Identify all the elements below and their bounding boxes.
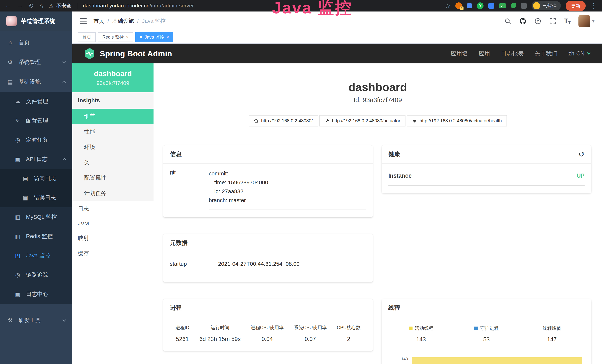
font-size-icon[interactable]: TT <box>564 17 570 25</box>
git-time-line: time: 1596289704000 <box>209 178 366 187</box>
stat-value: 2 <box>337 336 361 343</box>
chevron-down-icon <box>587 51 591 55</box>
close-icon[interactable]: × <box>126 35 129 39</box>
menu-item-config-props[interactable]: 配置属性 <box>72 170 153 186</box>
process-stats: 进程ID 5261 运行时间 6d 23h 15m 59s 进程CPU使用率 0… <box>170 323 366 344</box>
instance-links: http://192.168.0.2:48080/ http://192.168… <box>153 115 602 127</box>
extension-on-badge[interactable]: on <box>499 3 506 8</box>
card-header: 元数据 <box>163 234 373 252</box>
font-size-large: T <box>564 17 568 25</box>
sba-nav-applications[interactable]: 应用 <box>479 50 490 57</box>
sidebar-item-jobs[interactable]: ◷ 定时任务 <box>0 130 72 150</box>
sidebar-item-label: 基础设施 <box>19 78 41 86</box>
extension-blue-icon[interactable] <box>467 3 472 8</box>
close-icon[interactable]: × <box>166 35 169 39</box>
actuator-url-link[interactable]: http://192.168.0.2:48080/actuator <box>320 115 406 127</box>
sidebar-item-label: Redis 监控 <box>26 233 53 240</box>
sidebar-item-error-log[interactable]: ▣ 错误日志 <box>0 188 72 207</box>
sba-nav-wall[interactable]: 应用墙 <box>451 50 468 57</box>
sidebar-item-redis[interactable]: ▥ Redis 监控 <box>0 227 72 246</box>
menu-item-logs[interactable]: 日志 <box>72 201 153 216</box>
breadcrumb-infra[interactable]: 基础设施 <box>112 17 134 25</box>
sidebar-item-api-log[interactable]: ▣ API 日志 <box>0 150 72 169</box>
link-label: http://192.168.0.2:48080/actuator <box>332 118 400 124</box>
chrome-update-button[interactable]: 更新 <box>566 1 586 11</box>
chevron-up-icon <box>63 158 66 162</box>
tab-label: 首页 <box>82 34 91 40</box>
reload-icon[interactable]: ↻ <box>29 3 34 9</box>
refresh-history-icon[interactable]: ↺ <box>578 150 585 158</box>
sidebar-item-files[interactable]: ☁ 文件管理 <box>0 92 72 111</box>
tab-label: Java 监控 <box>145 34 164 40</box>
database-icon: ▥ <box>14 214 21 220</box>
search-icon[interactable] <box>504 18 511 25</box>
stat-value: 5261 <box>175 336 189 343</box>
health-url-link[interactable]: http://192.168.0.2:48080/actuator/health <box>407 115 507 127</box>
menu-item-caches[interactable]: 缓存 <box>72 246 153 261</box>
tab-java-monitor[interactable]: Java 监控 × <box>135 32 173 42</box>
sidebar-item-access-log[interactable]: ▣ 访问日志 <box>0 169 72 188</box>
menu-item-classes[interactable]: 类 <box>72 155 153 170</box>
menu-item-mappings[interactable]: 映射 <box>72 230 153 246</box>
sidebar-item-dev-tools[interactable]: ⚒ 研发工具 <box>0 310 72 330</box>
timer-icon: ◷ <box>14 137 21 143</box>
github-icon[interactable] <box>519 17 527 25</box>
active-dot <box>140 36 142 38</box>
fullscreen-icon[interactable] <box>549 18 556 25</box>
instance-header[interactable]: dashboard 93a3fc7f7409 <box>72 64 153 92</box>
user-menu[interactable]: ▾ <box>579 15 595 27</box>
forward-icon[interactable]: → <box>17 3 23 9</box>
menu-item-scheduled-tasks[interactable]: 计划任务 <box>72 186 153 201</box>
stat-value: 6d 23h 15m 59s <box>199 336 240 343</box>
breadcrumb-home[interactable]: 首页 <box>93 17 104 25</box>
menu-item-jvm[interactable]: JVM <box>72 216 153 230</box>
chart-y-axis: 140 120 100 <box>396 355 412 364</box>
breadcrumb-current: Java 监控 <box>142 17 166 25</box>
sidebar-item-home[interactable]: ⌂ 首页 <box>0 33 72 52</box>
card-header: 进程 <box>163 299 373 317</box>
sba-nav-journal[interactable]: 日志报表 <box>501 50 524 57</box>
sidebar-item-java-monitor[interactable]: ◳ Java 监控 <box>0 246 72 265</box>
menu-item-details[interactable]: 细节 <box>72 109 153 124</box>
page-title: dashboard <box>153 80 602 94</box>
sidebar-item-system[interactable]: ⚙ 系统管理 <box>0 52 72 72</box>
app-logo-row[interactable]: 芋道管理系统 <box>0 11 72 31</box>
menu-item-metrics[interactable]: 性能 <box>72 124 153 139</box>
sidebar-item-infra[interactable]: ▤ 基础设施 <box>0 72 72 92</box>
back-icon[interactable]: ← <box>5 3 11 9</box>
sidebar-item-log-center[interactable]: ▣ 日志中心 <box>0 284 72 304</box>
hamburger-icon[interactable] <box>80 18 87 24</box>
menu-item-environment[interactable]: 环境 <box>72 139 153 155</box>
health-card: 健康 ↺ Instance UP <box>382 145 591 193</box>
site-security[interactable]: ⚠ 不安全 <box>49 2 71 9</box>
toolbox-icon: ⚒ <box>7 317 14 324</box>
tab-home[interactable]: 首页 <box>78 32 96 42</box>
sidebar-item-mysql[interactable]: ▥ MySQL 监控 <box>0 207 72 227</box>
app-logo <box>6 16 17 26</box>
browser-home-icon[interactable]: ⌂ <box>40 3 43 9</box>
service-url-link[interactable]: http://192.168.0.2:48080/ <box>249 115 318 127</box>
sba-brand[interactable]: Spring Boot Admin <box>100 49 172 58</box>
sidebar-item-config[interactable]: ✎ 配置管理 <box>0 111 72 130</box>
extension-y-icon[interactable]: Y <box>477 2 484 9</box>
sidebar-item-tracing[interactable]: ◎ 链路追踪 <box>0 265 72 284</box>
extension-orange-icon[interactable]: 1 <box>455 2 462 9</box>
bookmark-star-icon[interactable]: ☆ <box>445 3 451 9</box>
help-icon[interactable]: ? <box>534 18 541 25</box>
sba-nav-about[interactable]: 关于我们 <box>535 50 558 57</box>
address-bar[interactable]: dashboard.yudao.iocoder.cn/infra/admin-s… <box>83 3 194 9</box>
profile-paused-chip[interactable]: 已暂停 <box>532 1 561 11</box>
extension-grid-icon[interactable] <box>488 3 494 9</box>
tab-redis-monitor[interactable]: Redis 监控 × <box>98 32 133 42</box>
browser-chrome: ← → ↻ ⌂ ⚠ 不安全 dashboard.yudao.iocoder.cn… <box>0 0 602 11</box>
extension-leaf-icon[interactable] <box>511 3 516 8</box>
legend-value: 147 <box>519 336 585 343</box>
y-tick-label: 120 <box>401 363 408 364</box>
language-selector[interactable]: zh-CN <box>568 50 590 57</box>
chevron-down-icon <box>63 60 66 64</box>
extension-dark-icon[interactable] <box>521 3 527 9</box>
chevron-down-icon <box>63 318 66 321</box>
browser-menu-icon[interactable]: ⋮ <box>591 2 597 10</box>
legend-label: 活动线程 <box>415 325 433 331</box>
process-card: 进程 进程ID 5261 运行时间 6d 23h 15m 59s <box>163 299 373 351</box>
